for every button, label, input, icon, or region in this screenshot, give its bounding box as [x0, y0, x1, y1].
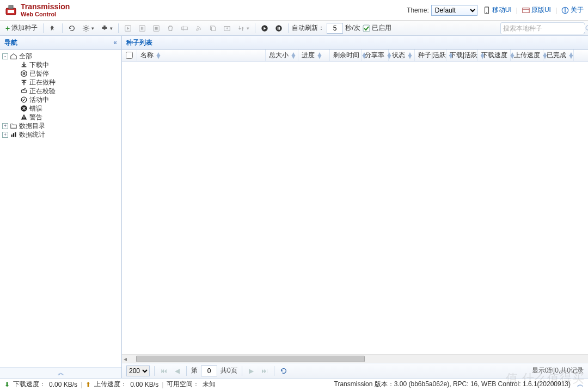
- column-ulspeed[interactable]: 上传速度▲▼: [511, 50, 543, 61]
- folder-icon: [10, 122, 17, 130]
- next-page-button[interactable]: ▶: [247, 366, 256, 376]
- column-size[interactable]: 总大小▲▼: [266, 50, 298, 61]
- app-title-block: Transmission Web Control: [21, 3, 70, 17]
- svg-rect-20: [212, 27, 216, 31]
- nav-tree: -全部下载中已暂停正在做种正在校验活动中错误警告+数据目录+数据统计: [0, 50, 121, 367]
- svg-rect-36: [23, 119, 24, 119]
- search-box[interactable]: [500, 22, 585, 34]
- first-page-button[interactable]: ⏮: [159, 366, 169, 376]
- column-peers[interactable]: 下载|活跃▲▼: [446, 50, 478, 61]
- column-progress[interactable]: 进度▲▼: [298, 50, 330, 61]
- tree-item-upload[interactable]: 正在做种: [1, 78, 120, 87]
- tree-item-folder[interactable]: +数据目录: [1, 121, 120, 130]
- tree-item-home[interactable]: -全部: [1, 52, 120, 60]
- start-all-button[interactable]: [259, 22, 271, 34]
- expand-icon[interactable]: +: [2, 123, 8, 129]
- remove-button[interactable]: [164, 22, 176, 34]
- tree-item-label: 数据统计: [19, 130, 45, 139]
- svg-rect-16: [182, 27, 188, 29]
- theme-select[interactable]: Default: [431, 5, 477, 16]
- warning-icon: [20, 113, 28, 121]
- column-label: 总大小: [269, 51, 289, 60]
- start-button[interactable]: [122, 22, 134, 34]
- refresh-interval-input[interactable]: [327, 23, 343, 34]
- mobile-ui-link[interactable]: 移动UI: [483, 5, 512, 15]
- svg-rect-26: [363, 25, 370, 32]
- select-all-checkbox[interactable]: [126, 52, 133, 59]
- tree-item-download[interactable]: 下载中: [1, 60, 120, 69]
- pager-info: 显示0到0,共0记录: [532, 366, 584, 375]
- tree-spacer: [11, 62, 19, 68]
- column-name[interactable]: 名称▲▼: [137, 50, 266, 61]
- add-torrent-button[interactable]: + 添加种子: [3, 22, 40, 34]
- original-ui-link[interactable]: 原版UI: [522, 5, 551, 15]
- prev-page-button[interactable]: ◀: [172, 366, 182, 376]
- nav-collapse-up-icon[interactable]: ︽: [58, 368, 64, 377]
- app-subtitle: Web Control: [21, 11, 70, 17]
- tree-item-activity[interactable]: 活动中: [1, 95, 120, 104]
- search-icon[interactable]: [585, 25, 588, 32]
- refresh-enabled-toggle[interactable]: 已启用: [363, 23, 391, 33]
- svg-rect-35: [23, 116, 24, 118]
- space-label: 可用空间：: [167, 380, 199, 389]
- auto-refresh-group: 自动刷新： 秒/次 已启用: [292, 23, 391, 34]
- copy-button[interactable]: [207, 22, 219, 34]
- dl-speed-value: 0.00 KB/s: [49, 381, 77, 388]
- trackers-button[interactable]: [193, 22, 205, 34]
- queue-button[interactable]: ▾: [235, 22, 252, 34]
- tree-item-error[interactable]: 错误: [1, 104, 120, 113]
- tree-item-label: 全部: [19, 52, 32, 61]
- page-number-input[interactable]: [201, 365, 217, 376]
- tree-item-verify[interactable]: 正在校验: [1, 87, 120, 95]
- plugins-button[interactable]: ▾: [99, 22, 115, 34]
- download-icon: [20, 61, 28, 69]
- pause-all-button[interactable]: [273, 22, 285, 34]
- nav-footer: ︽: [0, 367, 121, 378]
- sort-icon: ▲▼: [568, 53, 574, 58]
- svg-point-4: [486, 12, 487, 13]
- column-label: 状态: [392, 51, 405, 60]
- column-chk[interactable]: [122, 50, 137, 61]
- svg-rect-25: [279, 27, 280, 29]
- plus-icon: +: [5, 24, 10, 33]
- last-page-button[interactable]: ⏭: [260, 366, 270, 376]
- column-status[interactable]: 状态▲▼: [389, 50, 415, 61]
- status-collapse-icon[interactable]: ︽: [577, 380, 584, 389]
- move-button[interactable]: [221, 22, 233, 34]
- nav-collapse-icon[interactable]: «: [113, 39, 117, 46]
- pin-button[interactable]: [47, 22, 59, 34]
- pager-refresh-button[interactable]: [279, 366, 289, 376]
- collapse-icon[interactable]: -: [2, 53, 8, 59]
- page-size-select[interactable]: 200: [126, 365, 150, 376]
- column-ratio[interactable]: 分享率▲▼: [362, 50, 389, 61]
- column-dlspeed[interactable]: 下载速度▲▼: [478, 50, 511, 61]
- rename-button[interactable]: [179, 22, 191, 34]
- tree-item-pause[interactable]: 已暂停: [1, 69, 120, 78]
- svg-rect-38: [13, 133, 14, 137]
- column-eta[interactable]: 剩余时间▲▼: [330, 50, 362, 61]
- reload-button[interactable]: [66, 22, 78, 34]
- svg-rect-31: [24, 72, 26, 75]
- svg-rect-13: [143, 27, 144, 29]
- column-seeds[interactable]: 种子|活跃▲▼: [415, 50, 446, 61]
- tree-item-stats[interactable]: +数据统计: [1, 130, 120, 139]
- toolbar: + 添加种子 ▾ ▾ ▾ 自动刷新： 秒/次 已启用: [0, 21, 588, 36]
- tree-item-warning[interactable]: 警告: [1, 113, 120, 121]
- pause-button[interactable]: [136, 22, 148, 34]
- svg-point-9: [85, 27, 87, 29]
- tree-spacer: [11, 80, 19, 86]
- expand-icon[interactable]: +: [2, 132, 8, 138]
- settings-button[interactable]: ▾: [80, 22, 96, 34]
- pause-icon: [20, 70, 28, 77]
- grid-hscroll[interactable]: ◂: [122, 354, 588, 363]
- upload-icon: [20, 78, 28, 86]
- column-label: 分享率: [365, 51, 384, 60]
- column-label: 种子|活跃: [418, 51, 446, 60]
- column-done[interactable]: 已完成▲▼: [543, 50, 574, 61]
- refresh-unit-label: 秒/次: [345, 23, 360, 33]
- about-link[interactable]: i 关于: [561, 5, 584, 15]
- page-suffix-label: 共0页: [220, 366, 237, 375]
- column-label: 下载速度: [481, 51, 507, 60]
- verify-button[interactable]: [150, 22, 162, 34]
- search-input[interactable]: [503, 25, 585, 32]
